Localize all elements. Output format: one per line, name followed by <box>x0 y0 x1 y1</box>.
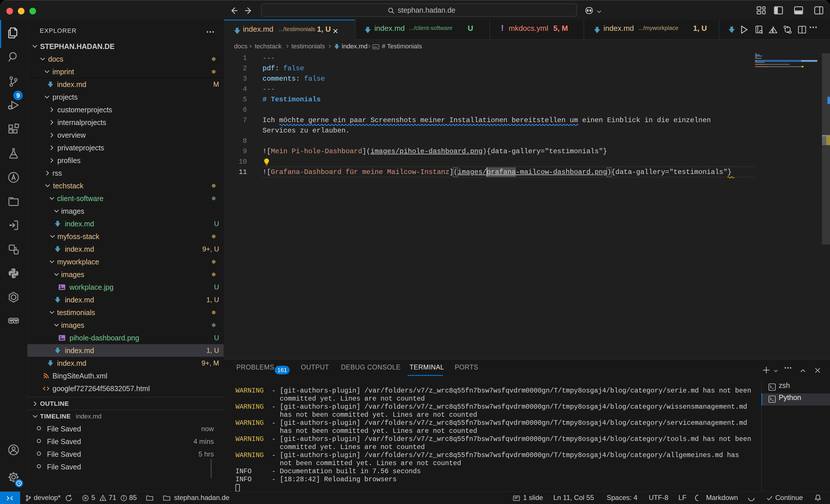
svg-text:abc: abc <box>374 45 378 49</box>
